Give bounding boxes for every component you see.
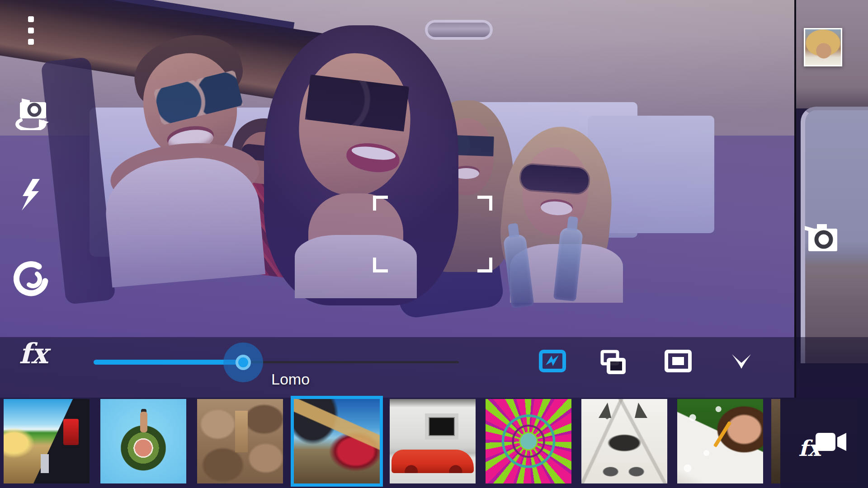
effect-intensity-toggle-active[interactable] bbox=[539, 350, 566, 372]
filter-thumbnail-tilt-shift-castle[interactable] bbox=[197, 399, 283, 483]
focus-corner-icon bbox=[477, 258, 492, 272]
kebab-menu-icon[interactable] bbox=[28, 16, 35, 50]
filter-thumbnail-kaleidoscope[interactable] bbox=[486, 399, 571, 483]
border-frame-icon[interactable] bbox=[665, 350, 692, 372]
filter-strip[interactable] bbox=[0, 398, 868, 488]
camera-shutter-icon[interactable] bbox=[805, 224, 840, 254]
focus-frame bbox=[373, 196, 492, 272]
video-effects-button[interactable]: fx bbox=[798, 429, 848, 461]
flip-camera-icon[interactable] bbox=[15, 94, 52, 130]
video-effects-rail: fx bbox=[780, 398, 868, 488]
kebab-dot bbox=[28, 16, 34, 22]
filter-thumbnail-portrait-notebook[interactable] bbox=[677, 399, 763, 483]
focus-corner-icon bbox=[373, 258, 388, 272]
video-fx-label: fx bbox=[798, 436, 821, 461]
kebab-dot bbox=[28, 28, 34, 33]
filter-thumbnail-lomo-skateboard[interactable] bbox=[294, 399, 380, 483]
shutter-swirl-icon[interactable] bbox=[14, 260, 49, 296]
focus-corner-icon bbox=[477, 196, 492, 211]
selected-filter-label: Lomo bbox=[271, 371, 310, 388]
overlay-frames-icon[interactable] bbox=[600, 350, 626, 374]
effects-bar: fx Lomo bbox=[0, 337, 868, 398]
filter-thumbnail-tiny-planet[interactable] bbox=[100, 399, 186, 483]
filter-thumbnail-color-splash-car[interactable] bbox=[390, 399, 476, 483]
filter-thumbnail-pencil-sketch-cat[interactable] bbox=[581, 399, 667, 483]
flash-icon[interactable] bbox=[19, 179, 42, 211]
slider-fill bbox=[94, 360, 243, 365]
chevron-down-icon[interactable] bbox=[731, 353, 752, 370]
fx-effects-button[interactable]: fx bbox=[19, 335, 48, 372]
gallery-thumbnail[interactable] bbox=[804, 28, 842, 66]
filter-thumbnail-vivid-hdr-car[interactable] bbox=[4, 399, 90, 483]
kebab-dot bbox=[28, 39, 34, 45]
focus-corner-icon bbox=[373, 196, 388, 211]
